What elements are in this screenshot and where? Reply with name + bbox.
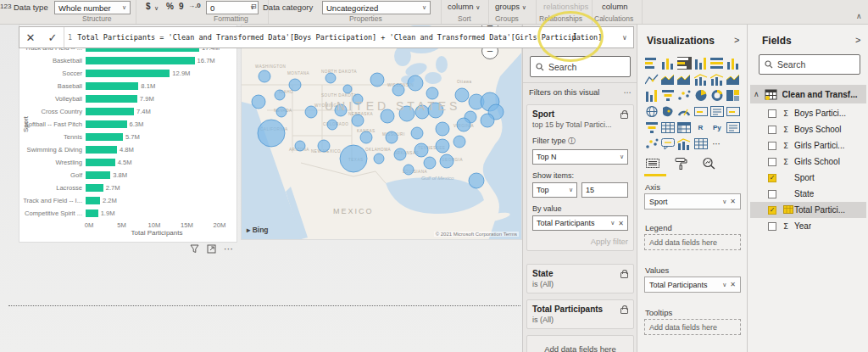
map-visual[interactable]: BRITISH COLUMBIASASKATCHEWANQUEBECOttawa…: [241, 25, 522, 240]
collapse-pane-icon[interactable]: >: [734, 35, 739, 45]
legend-well-dropzone[interactable]: Add data fields here: [644, 234, 741, 250]
filter-type-dropdown[interactable]: Top N∨: [532, 149, 628, 165]
map-bubble[interactable]: [386, 131, 398, 143]
filters-search-input[interactable]: Search: [530, 56, 631, 77]
filter-card-state[interactable]: State is (All): [526, 264, 634, 293]
paginated-report-icon[interactable]: [693, 137, 708, 150]
bar-row[interactable]: Cross Country7.4M: [19, 105, 236, 118]
field-checkbox[interactable]: ✓: [768, 174, 776, 182]
bar-row[interactable]: Tennis5.7M: [19, 131, 236, 143]
bar[interactable]: [86, 95, 137, 103]
map-bubble[interactable]: [360, 131, 372, 143]
map-bubble[interactable]: [408, 75, 423, 91]
analytics-tab-icon[interactable]: [702, 157, 715, 171]
field-item-girls-school[interactable]: ΣGirls School: [750, 154, 866, 170]
map-bubble[interactable]: [457, 118, 470, 131]
donut-chart-icon[interactable]: [709, 89, 724, 102]
map-bubble[interactable]: [327, 120, 337, 130]
100-stacked-bar-chart-icon[interactable]: [709, 57, 724, 70]
by-value-dropdown[interactable]: Total Participants∨✕: [532, 215, 628, 231]
filter-card-total-participants[interactable]: Total Participants is (All): [526, 299, 634, 329]
bar[interactable]: [86, 171, 110, 179]
show-items-mode-dropdown[interactable]: Top∨: [532, 182, 577, 198]
fields-search-input[interactable]: Search: [759, 54, 860, 75]
map-bubble[interactable]: [259, 70, 270, 82]
show-items-count-input[interactable]: 15: [581, 182, 628, 198]
filters-more-options-icon[interactable]: ⋯: [624, 87, 632, 97]
pie-chart-icon[interactable]: [693, 89, 708, 102]
field-item-total-partici[interactable]: ✓Total Partici...: [750, 202, 866, 218]
stacked-bar-chart-icon[interactable]: [644, 57, 659, 70]
data-type-dropdown[interactable]: Whole number∨: [54, 1, 131, 14]
collapse-ribbon-icon[interactable]: ∧: [856, 12, 862, 20]
waterfall-chart-icon[interactable]: [644, 89, 659, 102]
map-bubble[interactable]: [392, 84, 404, 96]
stacked-area-chart-icon[interactable]: [677, 73, 692, 86]
map-bubble[interactable]: [403, 165, 414, 175]
bar-chart-visual[interactable]: Football -- 11-Play...18.3MTrack and Fie…: [19, 25, 237, 243]
map-bubble[interactable]: [394, 148, 406, 160]
field-item-girls-partici[interactable]: ΣGirls Partici...: [750, 137, 866, 154]
filter-funnel-icon[interactable]: [190, 244, 199, 254]
formula-bar[interactable]: ✕ ✓ 1 Total Participants = 'Clean and Tr…: [19, 26, 634, 48]
bar-row[interactable]: Golf3.8M: [19, 169, 236, 182]
field-item-boys-partici[interactable]: ΣBoys Partici...: [750, 105, 866, 121]
fields-tab-icon[interactable]: [646, 157, 659, 171]
clustered-bar-chart-icon[interactable]: [677, 57, 692, 70]
card-icon[interactable]: [693, 105, 708, 118]
apply-filter-button[interactable]: Apply filter: [532, 237, 628, 246]
bar[interactable]: [86, 184, 103, 192]
r-script-icon[interactable]: R: [693, 121, 708, 134]
bar-row[interactable]: Baseball8.1M: [19, 80, 236, 92]
bar-row[interactable]: Lacrosse2.7M: [19, 182, 236, 194]
map-bubble[interactable]: [453, 136, 465, 148]
bar[interactable]: [86, 57, 195, 64]
bar[interactable]: [86, 108, 134, 115]
map-bubble[interactable]: [436, 122, 449, 136]
bar[interactable]: [86, 197, 100, 204]
map-bubble[interactable]: [275, 90, 285, 100]
clustered-column-chart-icon[interactable]: [693, 57, 708, 70]
map-bubble[interactable]: [289, 79, 301, 91]
matrix-icon[interactable]: [677, 121, 692, 134]
field-item-state[interactable]: State: [750, 186, 866, 202]
bar[interactable]: [86, 210, 98, 217]
bar-row[interactable]: Basketball16.7M: [19, 54, 236, 67]
more-visuals-icon[interactable]: ⋯: [709, 137, 724, 150]
cancel-formula-button[interactable]: ✕: [19, 28, 42, 47]
map-bubble[interactable]: [411, 127, 423, 139]
map-bubble[interactable]: [252, 95, 265, 109]
bar-row[interactable]: Volleyball7.9M: [19, 92, 236, 105]
line-chart-icon[interactable]: [644, 73, 659, 86]
field-checkbox[interactable]: [768, 190, 776, 198]
python-icon[interactable]: Py: [709, 121, 724, 134]
bar[interactable]: [86, 120, 127, 128]
map-bubble[interactable]: [424, 157, 436, 169]
multi-row-card-icon[interactable]: [709, 105, 724, 118]
map-bubble[interactable]: [415, 143, 428, 157]
field-checkbox[interactable]: [768, 109, 776, 118]
map-bubble[interactable]: [295, 141, 305, 151]
new-column-button[interactable]: column: [602, 2, 628, 11]
remove-field-icon[interactable]: ✕: [618, 220, 624, 227]
gauge-icon[interactable]: [677, 105, 692, 118]
decomposition-tree-icon[interactable]: [677, 137, 692, 150]
field-checkbox[interactable]: [768, 126, 776, 134]
bar[interactable]: [86, 133, 123, 141]
commit-formula-button[interactable]: ✓: [42, 28, 64, 47]
bar-row[interactable]: Softball -- Fast Pitch6.3M: [19, 118, 236, 131]
field-item-year[interactable]: ΣYear: [750, 218, 866, 234]
filter-card-sport[interactable]: Sport top 15 by Total Partici... Filter …: [526, 104, 634, 251]
map-bubble[interactable]: [276, 107, 287, 117]
table-icon[interactable]: [660, 121, 675, 134]
key-influencers-icon[interactable]: [644, 137, 659, 150]
map-bubble[interactable]: [305, 106, 317, 118]
bar-row[interactable]: Soccer12.9M: [19, 67, 236, 80]
map-bubble[interactable]: [481, 114, 494, 127]
field-item-sport[interactable]: ✓Sport: [750, 170, 866, 186]
map-bubble[interactable]: [340, 145, 367, 172]
currency-format-icon[interactable]: $: [146, 2, 151, 11]
table-row-clean-and-transformed[interactable]: ∧ Clean and Transf...: [750, 85, 866, 103]
field-checkbox[interactable]: [768, 158, 776, 166]
100-stacked-column-chart-icon[interactable]: [726, 57, 741, 70]
